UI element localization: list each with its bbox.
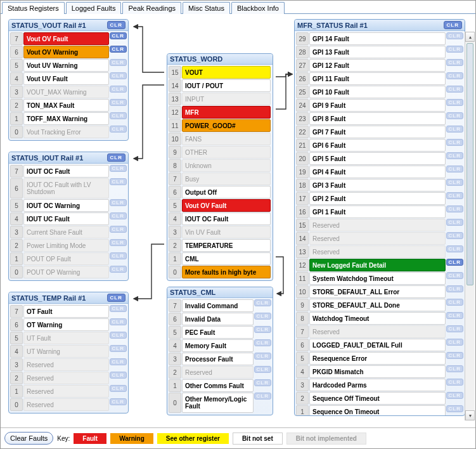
bit-label: Watchdog Timeout: [309, 312, 446, 325]
bit-row: 13INPUT: [169, 93, 271, 105]
tab-status-registers[interactable]: Status Registers: [2, 2, 65, 14]
bit-clr-button[interactable]: CLR: [110, 59, 127, 66]
bit-number: 3: [296, 379, 309, 391]
bit-row: 12New Logged Fault DetailCLR: [296, 259, 463, 271]
scroll-up-button[interactable]: ▴: [465, 32, 475, 42]
bit-label: GPI 9 Fault: [309, 99, 446, 112]
bit-clr-button[interactable]: CLR: [446, 245, 463, 252]
bit-clr-button[interactable]: CLR: [446, 339, 463, 346]
bit-clr-button[interactable]: CLR: [254, 313, 271, 320]
bit-clr-button[interactable]: CLR: [446, 392, 463, 399]
bit-clr-button[interactable]: CLR: [446, 312, 463, 319]
bit-clr-button[interactable]: CLR: [446, 205, 463, 212]
bit-label: Reserved: [309, 325, 446, 338]
bit-clr-button[interactable]: CLR: [446, 299, 463, 306]
bit-clr-button[interactable]: CLR: [446, 46, 463, 53]
bit-clr-button[interactable]: CLR: [254, 393, 271, 400]
bit-clr-button[interactable]: CLR: [110, 32, 127, 39]
bit-clr-button[interactable]: CLR: [446, 259, 463, 266]
bit-clr-button[interactable]: CLR: [110, 199, 127, 206]
panel-clr-button[interactable]: CLR: [444, 21, 462, 29]
bit-row: 0ReservedCLR: [10, 398, 127, 411]
bit-row: 0More faults in high byte: [169, 266, 271, 278]
bit-clr-button[interactable]: CLR: [446, 352, 463, 359]
bit-clr-button[interactable]: CLR: [110, 165, 127, 172]
bit-clr-button[interactable]: CLR: [110, 99, 127, 106]
bit-clr-button[interactable]: CLR: [110, 86, 127, 93]
bit-row: 10FANS: [169, 133, 271, 145]
bit-clr-button[interactable]: CLR: [446, 72, 463, 79]
bit-label: Reserved: [23, 385, 109, 398]
bit-clr-button[interactable]: CLR: [254, 366, 271, 373]
bit-clr-button[interactable]: CLR: [446, 86, 463, 93]
bit-clr-button[interactable]: CLR: [446, 152, 463, 159]
bit-clr-button[interactable]: CLR: [446, 99, 463, 106]
bit-clr-button[interactable]: CLR: [446, 325, 463, 332]
bit-clr-button[interactable]: CLR: [110, 252, 127, 259]
scroll-thumb[interactable]: [466, 43, 473, 285]
bit-row: 2TON_MAX FaultCLR: [10, 99, 127, 112]
bit-clr-button[interactable]: CLR: [254, 339, 271, 346]
bit-clr-button[interactable]: CLR: [110, 266, 127, 273]
bit-row: 1TOFF_MAX WarningCLR: [10, 112, 127, 125]
bit-clr-button[interactable]: CLR: [446, 272, 463, 279]
bit-clr-button[interactable]: CLR: [446, 126, 463, 133]
bit-row: 3Processor FaultCLR: [169, 353, 271, 365]
panel-mfr-status: MFR_STATUS Rail #1CLR29GPI 14 FaultCLR28…: [294, 19, 465, 416]
bit-clr-button[interactable]: CLR: [446, 166, 463, 172]
bit-clr-button[interactable]: CLR: [110, 385, 127, 392]
tab-misc-status[interactable]: Misc Status: [183, 2, 230, 14]
bit-clr-button[interactable]: CLR: [446, 219, 463, 226]
bit-clr-button[interactable]: CLR: [254, 379, 271, 386]
bit-clr-button[interactable]: CLR: [110, 112, 127, 119]
bit-clr-button[interactable]: CLR: [110, 126, 127, 133]
bit-clr-button[interactable]: CLR: [110, 332, 127, 339]
bit-label: GPI 4 Fault: [309, 166, 446, 178]
mfr-scrollbar[interactable]: ▴ ▾: [465, 32, 475, 420]
bit-clr-button[interactable]: CLR: [110, 398, 127, 405]
bit-clr-button[interactable]: CLR: [446, 139, 463, 146]
bit-row: 10STORE_DEFAULT_ALL ErrorCLR: [296, 285, 463, 298]
bit-clr-button[interactable]: CLR: [446, 192, 463, 199]
legend-fault: Fault: [74, 433, 106, 444]
bit-clr-button[interactable]: CLR: [110, 358, 127, 365]
bit-clr-button[interactable]: CLR: [446, 365, 463, 372]
bit-clr-button[interactable]: CLR: [110, 72, 127, 79]
bit-clr-button[interactable]: CLR: [446, 179, 463, 186]
bit-clr-button[interactable]: CLR: [110, 372, 127, 379]
bit-number: 6: [169, 186, 181, 198]
bit-clr-button[interactable]: CLR: [110, 226, 127, 233]
bit-clr-button[interactable]: CLR: [446, 232, 463, 239]
bit-clr-button[interactable]: CLR: [446, 32, 463, 39]
scroll-down-button[interactable]: ▾: [465, 410, 475, 420]
bit-clr-button[interactable]: CLR: [110, 239, 127, 246]
panel-clr-button[interactable]: CLR: [107, 294, 125, 302]
bit-clr-button[interactable]: CLR: [110, 46, 127, 53]
bit-clr-button[interactable]: CLR: [446, 112, 463, 119]
bit-number: 2: [10, 372, 23, 384]
bit-label: Current Share Fault: [23, 226, 109, 238]
bit-clr-button[interactable]: CLR: [110, 318, 127, 325]
bit-clr-button[interactable]: CLR: [446, 405, 463, 412]
panel-clr-button[interactable]: CLR: [107, 153, 125, 162]
tab-logged-faults[interactable]: Logged Faults: [66, 2, 122, 14]
bit-clr-button[interactable]: CLR: [446, 379, 463, 386]
bit-label: Power Limiting Mode: [23, 239, 109, 252]
bit-clr-button[interactable]: CLR: [446, 285, 463, 292]
clear-faults-button[interactable]: Clear Faults: [4, 432, 53, 445]
bit-clr-button[interactable]: CLR: [110, 345, 127, 352]
bit-clr-button[interactable]: CLR: [446, 59, 463, 66]
tab-peak-readings[interactable]: Peak Readings: [122, 2, 181, 14]
tab-blackbox-info[interactable]: Blackbox Info: [231, 2, 285, 14]
bit-clr-button[interactable]: CLR: [254, 299, 271, 306]
bit-clr-button[interactable]: CLR: [110, 212, 127, 219]
bit-clr-button[interactable]: CLR: [254, 326, 271, 333]
panel-header: STATUS_IOUT Rail #1CLR: [9, 152, 128, 164]
bit-number: 21: [296, 139, 309, 152]
bit-clr-button[interactable]: CLR: [254, 353, 271, 360]
panel-clr-button[interactable]: CLR: [107, 21, 125, 29]
bit-clr-button[interactable]: CLR: [110, 178, 127, 185]
bit-row: 4IOUT OC Fault: [169, 212, 271, 225]
bit-number: 5: [10, 199, 23, 212]
bit-clr-button[interactable]: CLR: [110, 305, 127, 312]
